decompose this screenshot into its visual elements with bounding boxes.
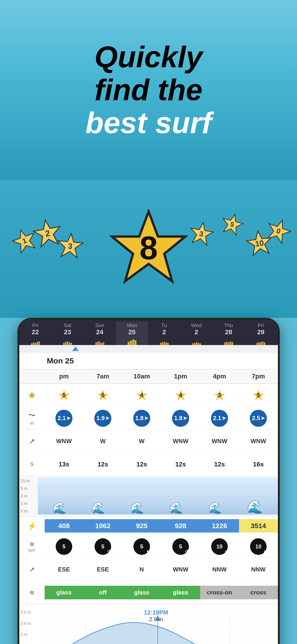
- wind-dir2-1pm: WNW: [161, 564, 200, 575]
- small-star-3: 3: [55, 231, 85, 262]
- rating-10am: ★ 4: [122, 385, 161, 406]
- wind-dir2-10am: N: [122, 564, 161, 575]
- wind-cond-4pm: cross-on: [200, 586, 239, 599]
- rating-7am: ★ 5: [83, 385, 122, 406]
- energy-4pm: 1226: [200, 519, 239, 532]
- wave-10am: 1.8➤: [122, 408, 161, 429]
- wind-speed-row: ≋ kph 5 5↺ 5↡ 5↺ 10↡ 10↡: [19, 535, 278, 558]
- wind-dir-7am: W: [83, 435, 122, 447]
- svg-text:10: 10: [255, 238, 264, 248]
- wind-dir2-row: ↗ ESE ESE N WNW NNW NNW: [19, 558, 278, 581]
- wind-dir2-4pm: NNW: [200, 564, 239, 575]
- tide-annotation: 12:18PM 2.5 m: [144, 609, 168, 622]
- wave-height-row: 〜 m 2.1➤ 1.9➤ 1.8➤ 1.8➤ 2.1➤ 2.5➤: [19, 407, 278, 430]
- wave-7pm: 2.5➤: [239, 408, 278, 429]
- stars-section: 1 2 3 8 3 5 10: [0, 180, 297, 318]
- energy-10am: 925: [122, 519, 161, 532]
- small-star-4: 3: [186, 219, 216, 249]
- wave-icon: 〜 m: [19, 408, 45, 428]
- time-header-empty: [19, 370, 45, 383]
- rating-4pm: ★ 3: [200, 385, 239, 406]
- time-header-4pm: 4pm: [200, 370, 239, 383]
- wind-dir2-pm: ESE: [45, 564, 83, 575]
- rating-7pm: ★ 5: [239, 385, 278, 406]
- hero-title-line3: best surf: [85, 106, 212, 139]
- date-cell-sun24[interactable]: Sun 24: [84, 322, 116, 345]
- wave-1pm: 1.8➤: [161, 408, 200, 429]
- wind-dir2-7am: ESE: [83, 564, 122, 575]
- date-cell-sat23[interactable]: Sat 23: [51, 322, 84, 345]
- svg-text:3: 3: [68, 242, 73, 250]
- wind-speed-1pm: 5↺: [161, 536, 200, 557]
- ratings-row: ★ ★ 5 ★ 5 ★ 4 ★ 4: [19, 384, 278, 407]
- wave-pm: 2.1➤: [45, 408, 83, 429]
- phone-frame: Fri 22 Sat 23 Sun 24: [17, 318, 280, 644]
- wind-cond-pm: glass: [45, 586, 83, 599]
- date-cell-fri22[interactable]: Fri 22: [19, 322, 51, 345]
- period-7am: 12s: [83, 458, 122, 470]
- period-7pm: 16s: [239, 458, 278, 470]
- energy-7pm: 3514: [239, 519, 278, 532]
- period-1pm: 12s: [161, 458, 200, 470]
- hero-section: Quickly find the best surf: [0, 0, 297, 180]
- rating-pm: ★ 5: [45, 385, 83, 406]
- time-header-1pm: 1pm: [161, 370, 200, 383]
- energy-row: ⚡ 408 1062 925 928 1226 3514: [19, 517, 278, 535]
- date-cell-fri29[interactable]: Fri 29: [245, 322, 277, 345]
- wind-cond-icon: ≋: [19, 587, 45, 598]
- small-star-5: 5: [218, 210, 246, 239]
- svg-text:8: 8: [139, 230, 158, 266]
- ratings-icon: ★: [19, 390, 45, 401]
- date-strip[interactable]: Fri 22 Sat 23 Sun 24: [19, 320, 278, 345]
- big-star: 8: [109, 209, 188, 288]
- date-cell-tue27[interactable]: Tu 2: [148, 322, 180, 345]
- wind-speed-7am: 5↺: [83, 536, 122, 557]
- time-header-7am: 7am: [83, 370, 122, 383]
- energy-7am: 1062: [83, 519, 122, 532]
- wind-speed-10am: 5↡: [122, 536, 161, 557]
- selected-date-label: Mon 25: [19, 353, 278, 370]
- wind-speed-7pm: 10↡: [239, 536, 278, 557]
- wind-cond-10am: glass: [122, 586, 161, 599]
- wind-speed-icon: ≋ kph: [19, 538, 45, 555]
- date-cell-wed[interactable]: Wed 2: [180, 322, 213, 345]
- hero-title-line1: Quickly: [95, 40, 203, 74]
- energy-1pm: 928: [161, 519, 200, 532]
- time-header-pm: pm: [45, 370, 83, 383]
- wave-chart-section: 10 m 5 m 3 m 1 m 0 m 🌊 🌊 🌊 🌊 🌊 🌊: [19, 476, 278, 517]
- wind-speed-4pm: 10↡: [200, 536, 239, 557]
- tide-y-labels: 3.5 m 2.8 m 2 m 1.3 m 0.5 m -0.3 m: [19, 608, 38, 644]
- wind-dir-icon: ↗: [19, 435, 45, 448]
- wind-dir-pm: WNW: [45, 435, 83, 447]
- wind-cond-7pm: cross: [239, 586, 278, 599]
- wave-chart-labels: 10 m 5 m 3 m 1 m 0 m: [19, 478, 38, 514]
- date-cell-thu28[interactable]: Thu 28: [213, 322, 245, 345]
- time-header-7pm: 7pm: [239, 370, 278, 383]
- wind-dir2-7pm: NNW: [239, 564, 278, 575]
- wind-dir-4pm: WNW: [200, 435, 239, 447]
- indicator-triangle: [72, 346, 79, 351]
- wind-speed-pm: 5: [45, 536, 83, 557]
- date-cell-sat30[interactable]: Sat 30: [277, 322, 278, 345]
- time-header-row: pm 7am 10am 1pm 4pm 7pm: [19, 370, 278, 384]
- wind-dir-7pm: WNW: [239, 435, 278, 447]
- wave-chart-area: 🌊 🌊 🌊 🌊 🌊 🌊: [38, 478, 278, 514]
- wind-dir-row: ↗ WNW W W WNW WNW WNW: [19, 430, 278, 453]
- wind-cond-7am: off: [83, 586, 122, 599]
- rating-1pm: ★ 4: [161, 385, 200, 406]
- wave-4pm: 2.1➤: [200, 408, 239, 429]
- period-10am: 12s: [122, 458, 161, 470]
- time-header-10am: 10am: [122, 370, 161, 383]
- wind-dir-10am: W: [122, 435, 161, 447]
- wind-condition-row: ≋ glass off glass glass cross-on cross: [19, 581, 278, 604]
- period-icon: S: [19, 460, 45, 469]
- wind-dir-1pm: WNW: [161, 435, 200, 447]
- wind-cond-1pm: glass: [161, 586, 200, 599]
- indicator-row: [19, 345, 278, 353]
- tide-chart: 12:18PM 2.5 m 3.5 m 2.8 m 2 m 1.3 m 0.5 …: [19, 604, 278, 644]
- hero-title-line2: find the: [95, 74, 202, 106]
- energy-pm: 408: [45, 519, 83, 532]
- wave-7am: 1.9➤: [83, 408, 122, 429]
- period-4pm: 12s: [200, 458, 239, 470]
- date-cell-mon25[interactable]: Mon 25: [116, 322, 148, 345]
